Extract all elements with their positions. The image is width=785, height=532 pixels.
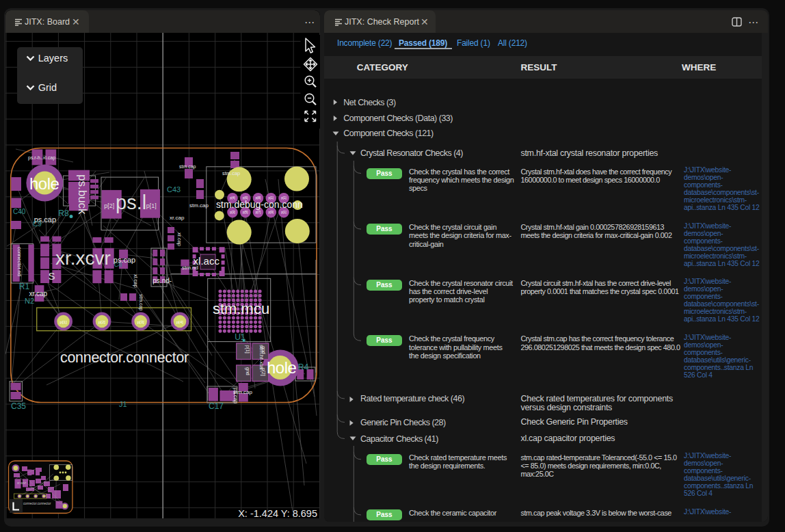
svg-text:p[1]: p[1]: [60, 320, 67, 324]
svg-text:C35: C35: [11, 401, 26, 411]
svg-text:p[3]: p[3]: [137, 320, 144, 324]
svg-text:C8: C8: [114, 261, 122, 268]
svg-text:p[1]: p[1]: [281, 211, 287, 214]
svg-text:hole: hole: [29, 174, 59, 193]
svg-text:p[2]: p[2]: [98, 320, 105, 324]
svg-text:ps.nd-: ps.nd-: [152, 277, 172, 284]
svg-text:p[3]: p[3]: [230, 211, 235, 214]
svg-text:p[5]: p[5]: [243, 211, 248, 214]
svg-text:p[1]: p[1]: [245, 345, 250, 354]
svg-text:R4: R4: [298, 362, 309, 372]
svg-text:stm.cap: stm.cap: [189, 202, 209, 209]
svg-text:xr.xcvr: xr.xcvr: [17, 481, 27, 485]
svg-text:C9: C9: [33, 220, 42, 228]
svg-text:connector.connector: connector.connector: [23, 502, 51, 505]
svg-text:R8: R8: [58, 209, 69, 218]
svg-text:stm.nd: stm.nd: [182, 265, 198, 271]
svg-text:stm.cap: stm.cap: [179, 164, 196, 170]
svg-text:S: S: [49, 270, 55, 282]
svg-text:N2: N2: [25, 297, 34, 305]
svg-text:stm.cap: stm.cap: [222, 170, 240, 176]
svg-text:stm.mcu: stm.mcu: [213, 300, 269, 317]
svg-text:connector.nd: connector.nd: [16, 247, 23, 276]
svg-text:p[2]: p[2]: [104, 202, 114, 209]
svg-text:R1: R1: [19, 282, 30, 291]
svg-text:p[2]: p[2]: [261, 368, 266, 376]
svg-text:X: -1.424 Y: 8.695: X: -1.424 Y: 8.695: [238, 508, 317, 518]
svg-text:gnd: gnd: [261, 346, 266, 354]
svg-text:C40: C40: [13, 208, 26, 215]
svg-text:stm.cap: stm.cap: [138, 294, 144, 311]
svg-text:xl.cap: xl.cap: [133, 274, 139, 288]
svg-text:C17: C17: [209, 401, 224, 411]
svg-text:ps.cap: ps.cap: [232, 388, 239, 404]
svg-text:xr.xcvr: xr.xcvr: [55, 248, 111, 269]
svg-text:gnd: gnd: [245, 367, 250, 375]
svg-text:ps.l: ps.l: [116, 191, 146, 213]
svg-text:ps.r-h..xl.cap: ps.r-h..xl.cap: [28, 155, 55, 161]
svg-text:xr.cap: xr.cap: [170, 215, 185, 221]
svg-text:connector.connector: connector.connector: [60, 349, 189, 366]
svg-text:hole: hole: [267, 358, 297, 377]
svg-text:J1: J1: [119, 400, 127, 408]
svg-text:stm.debug-con.conn: stm.debug-con.conn: [216, 199, 303, 210]
svg-text:p[4]: p[4]: [176, 320, 183, 324]
svg-text:C43: C43: [167, 185, 181, 194]
svg-text:ps.buck: ps.buck: [76, 174, 89, 215]
svg-text:p[7]: p[7]: [256, 211, 261, 214]
svg-text:p[1]: p[1]: [146, 202, 157, 209]
svg-text:p[9]: p[9]: [269, 211, 274, 214]
svg-text:xr.cap: xr.cap: [176, 232, 183, 246]
